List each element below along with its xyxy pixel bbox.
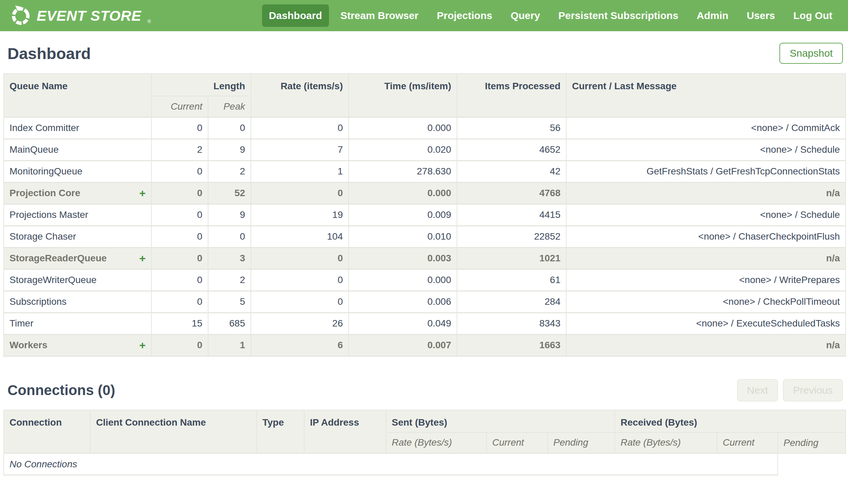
queue-length-peak: 52: [208, 182, 251, 204]
expand-plus-icon[interactable]: +: [139, 253, 146, 264]
queue-rate: 1: [251, 161, 349, 182]
queue-message: n/a: [566, 182, 846, 204]
col-header-client-name: Client Connection Name: [90, 410, 257, 453]
nav-item-admin[interactable]: Admin: [690, 4, 735, 27]
queue-rate: 0: [251, 182, 349, 204]
brand: EVENT STORE ®: [10, 5, 151, 26]
queue-group-row: StorageReaderQueue+0300.0031021n/a: [4, 248, 846, 269]
queue-row: MainQueue2970.0204652<none> / Schedule: [4, 139, 846, 161]
queue-time: 0.006: [349, 291, 457, 312]
queue-time: 0.000: [349, 182, 457, 204]
queue-row: MonitoringQueue021278.63042GetFreshStats…: [4, 161, 846, 182]
col-subheader-sent-current: Current: [486, 432, 547, 453]
queue-message: <none> / WritePrepares: [566, 269, 846, 291]
col-header-connection: Connection: [4, 410, 90, 453]
next-button[interactable]: Next: [737, 379, 778, 401]
queue-group-row: Projection Core+05200.0004768n/a: [4, 182, 846, 204]
queue-length-current: 0: [151, 334, 208, 356]
queue-time: 0.009: [349, 204, 457, 226]
nav-item-persistent-subscriptions[interactable]: Persistent Subscriptions: [552, 4, 685, 27]
connections-pager: Next Previous: [737, 379, 843, 401]
queue-row: Projections Master09190.0094415<none> / …: [4, 204, 846, 226]
queue-row: StorageWriterQueue0200.00061<none> / Wri…: [4, 269, 846, 291]
queue-length-current: 2: [151, 139, 208, 161]
queue-row: Index Committer0000.00056<none> / Commit…: [4, 117, 846, 139]
queue-length-current: 0: [151, 226, 208, 248]
previous-button[interactable]: Previous: [783, 379, 843, 401]
connections-table-header: Connection Client Connection Name Type I…: [4, 410, 846, 453]
nav-item-stream-browser[interactable]: Stream Browser: [334, 4, 425, 27]
snapshot-button[interactable]: Snapshot: [779, 43, 843, 64]
queue-length-current: 0: [151, 248, 208, 269]
expand-plus-icon[interactable]: +: [139, 188, 146, 199]
queues-table-header: Queue Name Length Rate (items/s) Time (m…: [4, 74, 846, 117]
queue-name: Subscriptions: [10, 296, 67, 307]
nav-item-query[interactable]: Query: [504, 4, 547, 27]
queue-time: 0.049: [349, 312, 457, 334]
queue-name-cell: Projection Core+: [4, 182, 151, 204]
event-store-logo-icon: [10, 5, 31, 26]
queue-rate: 0: [251, 291, 349, 312]
queue-time: 0.000: [349, 117, 457, 139]
queue-row: Timer15685260.0498343<none> / ExecuteSch…: [4, 312, 846, 334]
col-header-message: Current / Last Message: [566, 74, 846, 117]
nav-item-logout[interactable]: Log Out: [787, 4, 839, 27]
connections-header: Connections (0) Next Previous: [7, 379, 843, 401]
queue-length-peak: 9: [208, 139, 251, 161]
registered-mark: ®: [147, 19, 151, 24]
queue-message: <none> / CheckPollTimeout: [566, 291, 846, 312]
queues-table-body: Index Committer0000.00056<none> / Commit…: [4, 117, 846, 356]
queue-name: Projection Core: [10, 188, 80, 199]
queue-name: Projections Master: [10, 210, 88, 220]
col-header-type: Type: [257, 410, 304, 453]
queue-rate: 0: [251, 248, 349, 269]
col-header-sent: Sent (Bytes): [386, 410, 615, 432]
queue-time: 0.003: [349, 248, 457, 269]
nav-item-dashboard[interactable]: Dashboard: [262, 4, 329, 27]
queue-length-current: 0: [151, 291, 208, 312]
col-header-received: Received (Bytes): [615, 410, 846, 432]
col-subheader-sent-rate: Rate (Bytes/s): [386, 432, 486, 453]
queue-time: 0.010: [349, 226, 457, 248]
queue-message: n/a: [566, 334, 846, 356]
top-navbar: EVENT STORE ® Dashboard Stream Browser P…: [0, 0, 848, 31]
queue-rate: 19: [251, 204, 349, 226]
queue-length-current: 0: [151, 182, 208, 204]
col-header-time: Time (ms/item): [349, 74, 457, 117]
queue-row: Storage Chaser001040.01022852<none> / Ch…: [4, 226, 846, 248]
col-subheader-received-current: Current: [717, 432, 778, 453]
col-subheader-current: Current: [151, 96, 208, 117]
queue-rate: 6: [251, 334, 349, 356]
queue-length-peak: 2: [208, 161, 251, 182]
queue-name-cell: MonitoringQueue: [4, 161, 151, 182]
no-connections-message: No Connections: [4, 453, 778, 475]
queue-time: 0.000: [349, 269, 457, 291]
queue-name: Index Committer: [10, 123, 79, 133]
queue-rate: 0: [251, 117, 349, 139]
col-header-ip: IP Address: [304, 410, 386, 453]
queue-name-cell: MainQueue: [4, 139, 151, 161]
queue-items-processed: 1021: [457, 248, 566, 269]
expand-plus-icon[interactable]: +: [139, 340, 146, 350]
col-header-length: Length: [151, 74, 251, 96]
connections-title: Connections (0): [7, 382, 115, 398]
queue-name: Storage Chaser: [10, 231, 76, 242]
nav-item-projections[interactable]: Projections: [430, 4, 499, 27]
queue-items-processed: 4768: [457, 182, 566, 204]
queue-name-cell: Workers+: [4, 334, 151, 356]
nav-item-users[interactable]: Users: [740, 4, 782, 27]
queue-items-processed: 4652: [457, 139, 566, 161]
connections-table: Connection Client Connection Name Type I…: [3, 410, 846, 476]
queue-items-processed: 4415: [457, 204, 566, 226]
col-header-queue-name: Queue Name: [4, 74, 151, 117]
queue-name-cell: StorageReaderQueue+: [4, 248, 151, 269]
page-header: Dashboard Snapshot: [0, 31, 848, 73]
connections-table-body: No Connections: [4, 453, 846, 475]
queue-name: MainQueue: [10, 144, 59, 155]
queue-length-peak: 685: [208, 312, 251, 334]
brand-title: EVENT STORE: [37, 7, 141, 24]
col-header-items-processed: Items Processed: [457, 74, 566, 117]
col-subheader-received-rate: Rate (Bytes/s): [615, 432, 717, 453]
col-subheader-received-pending: Pending: [778, 432, 846, 453]
page-title: Dashboard: [7, 44, 91, 63]
